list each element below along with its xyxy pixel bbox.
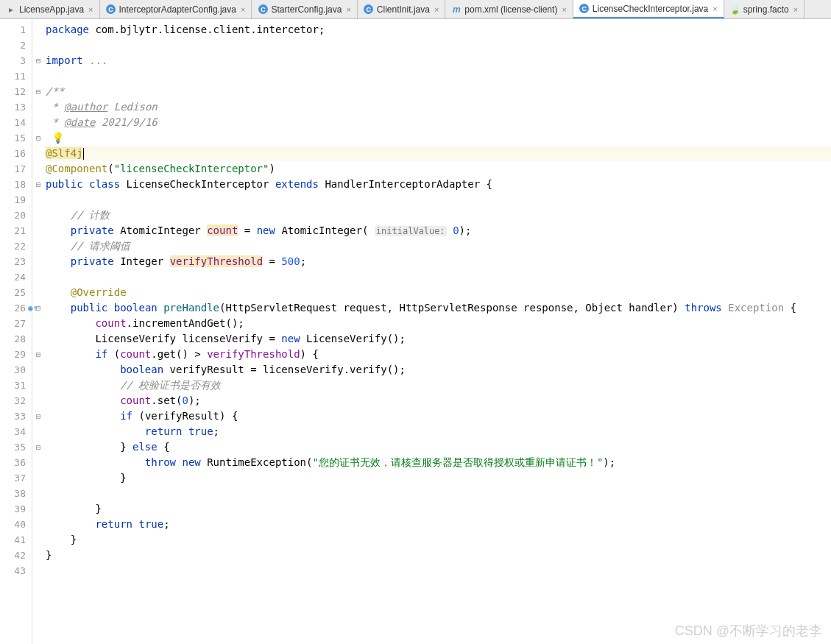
fold-marker: [32, 38, 44, 53]
line-number[interactable]: 24: [0, 269, 32, 285]
fold-marker[interactable]: ⊟: [32, 408, 44, 424]
javadoc-author: Ledison: [107, 101, 157, 113]
line-number[interactable]: 19: [0, 192, 32, 208]
fold-marker: [32, 362, 44, 378]
line-number[interactable]: 38: [0, 486, 32, 501]
tab-label: LicenseCheckInterceptor.java: [593, 4, 708, 14]
annotation-component: @Component: [46, 163, 107, 174]
tab-label: StarterConfig.java: [271, 4, 342, 15]
line-number[interactable]: 40: [0, 517, 32, 532]
line-number[interactable]: 31: [0, 378, 32, 393]
line-number[interactable]: 33: [0, 408, 32, 424]
line-number[interactable]: 29: [0, 347, 32, 362]
close-icon[interactable]: ×: [434, 5, 439, 14]
line-number[interactable]: 18: [0, 177, 32, 192]
line-number[interactable]: 25: [0, 285, 32, 300]
method-prehandle: preHandle: [163, 302, 219, 314]
comment-count: // 计数: [71, 209, 110, 221]
line-number[interactable]: 39: [0, 501, 32, 517]
package-path: com.bjlytr.license.client.intercetor;: [89, 24, 325, 35]
fold-marker[interactable]: ⊟: [32, 439, 44, 455]
fold-marker: [32, 424, 44, 439]
line-number[interactable]: 28: [0, 331, 32, 347]
line-number[interactable]: 17: [0, 161, 32, 177]
line-number[interactable]: 3: [0, 53, 32, 68]
line-number[interactable]: 34: [0, 424, 32, 439]
comment-verify: // 校验证书是否有效: [120, 379, 221, 391]
line-number-gutter: 1231112131415161718192021222324252627282…: [0, 19, 32, 644]
fold-marker[interactable]: ⊟: [32, 130, 44, 146]
fold-marker: [32, 548, 44, 563]
line-number[interactable]: 22: [0, 238, 32, 254]
line-number[interactable]: 27: [0, 316, 32, 331]
fold-marker: [32, 486, 44, 501]
editor-tab[interactable]: CClientInit.java×: [358, 0, 445, 18]
class-name: LicenseCheckInterceptor: [127, 178, 269, 190]
line-number[interactable]: 20: [0, 208, 32, 223]
line-number[interactable]: 21: [0, 223, 32, 238]
field-count: count: [207, 224, 238, 236]
line-number[interactable]: 15: [0, 130, 32, 146]
fold-marker: [32, 238, 44, 254]
line-number[interactable]: 16: [0, 146, 32, 161]
editor-tab[interactable]: CLicenseCheckInterceptor.java×: [573, 0, 724, 18]
editor-tab[interactable]: CStarterConfig.java×: [252, 0, 357, 18]
editor-tab[interactable]: 🍃spring.facto×: [724, 0, 805, 18]
fold-marker[interactable]: ⊟: [32, 347, 44, 362]
comment-threshold: // 请求阈值: [71, 240, 130, 252]
javadoc-open: /**: [46, 85, 64, 97]
import-fold[interactable]: ...: [83, 54, 108, 66]
line-number[interactable]: 36: [0, 455, 32, 470]
java-file-icon: ▸: [6, 4, 16, 15]
line-number[interactable]: 43: [0, 563, 32, 578]
watermark: CSDN @不断学习的老李: [675, 622, 822, 640]
code-area[interactable]: package com.bjlytr.license.client.interc…: [44, 19, 831, 644]
fold-marker: [32, 22, 44, 38]
close-icon[interactable]: ×: [241, 5, 245, 14]
field-threshold: verifyThreshold: [170, 255, 263, 267]
close-icon[interactable]: ×: [562, 5, 566, 14]
override-gutter-icon[interactable]: ◉↑: [28, 300, 38, 316]
line-number[interactable]: 41: [0, 532, 32, 548]
keyword-import: import: [46, 54, 83, 66]
annotation-slf4j: @Slf4j: [46, 147, 83, 159]
tab-label: InterceptorAdapterConfig.java: [119, 4, 236, 15]
fold-marker: [32, 532, 44, 548]
super-class: HandlerInterceptorAdapter: [325, 178, 480, 190]
line-number[interactable]: 30: [0, 362, 32, 378]
close-icon[interactable]: ×: [346, 5, 350, 14]
line-number[interactable]: 14: [0, 115, 32, 130]
maven-file-icon: m: [451, 4, 462, 15]
line-number[interactable]: 13: [0, 99, 32, 115]
fold-marker[interactable]: ⊟: [32, 177, 44, 192]
line-number[interactable]: 2: [0, 38, 32, 53]
fold-marker: [32, 146, 44, 161]
line-number[interactable]: 26: [0, 300, 32, 316]
fold-marker: [32, 393, 44, 408]
fold-marker[interactable]: ⊟: [32, 53, 44, 68]
spring-file-icon: 🍃: [730, 4, 740, 15]
editor-tab[interactable]: CInterceptorAdapterConfig.java×: [100, 0, 252, 18]
fold-marker: [32, 208, 44, 223]
javadoc-author-tag: @author: [64, 101, 107, 113]
fold-marker: [32, 331, 44, 347]
line-number[interactable]: 12: [0, 84, 32, 99]
line-number[interactable]: 37: [0, 470, 32, 486]
fold-marker: [32, 192, 44, 208]
close-icon[interactable]: ×: [712, 4, 717, 13]
close-icon[interactable]: ×: [793, 5, 798, 14]
line-number[interactable]: 1: [0, 22, 32, 38]
line-number[interactable]: 11: [0, 68, 32, 84]
line-number[interactable]: 23: [0, 254, 32, 269]
fold-marker: [32, 563, 44, 578]
fold-marker: [32, 378, 44, 393]
editor-tab[interactable]: ▸LicenseApp.java×: [0, 0, 100, 18]
line-number[interactable]: 42: [0, 548, 32, 563]
editor-tab[interactable]: mpom.xml (license-client)×: [445, 0, 573, 18]
line-number[interactable]: 32: [0, 393, 32, 408]
line-number[interactable]: 35: [0, 439, 32, 455]
fold-marker[interactable]: ⊟: [32, 84, 44, 99]
annotation-override: @Override: [71, 286, 127, 298]
close-icon[interactable]: ×: [88, 5, 93, 14]
intention-bulb-icon[interactable]: 💡: [52, 132, 64, 144]
